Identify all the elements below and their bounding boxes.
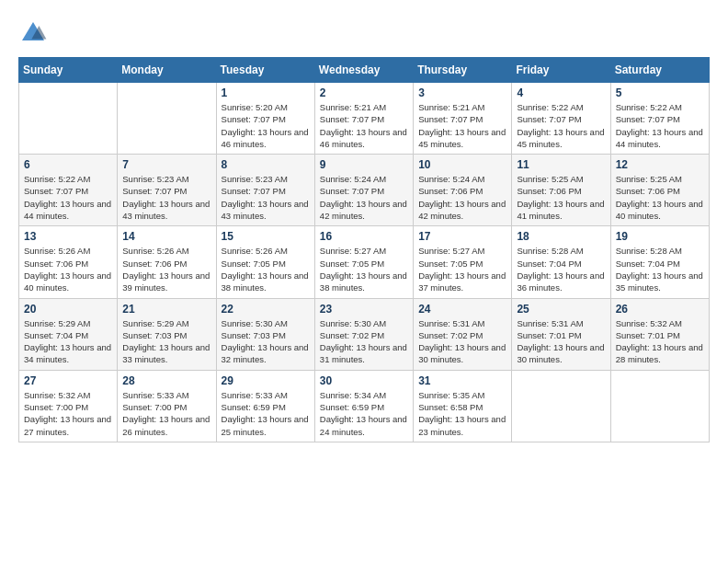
day-content: Sunrise: 5:27 AMSunset: 7:05 PMDaylight:… (320, 245, 408, 293)
day-header-saturday: Saturday (610, 58, 709, 83)
day-number: 23 (320, 303, 408, 316)
calendar-cell: 25Sunrise: 5:31 AMSunset: 7:01 PMDayligh… (512, 298, 610, 370)
calendar-cell: 6Sunrise: 5:22 AMSunset: 7:07 PMDaylight… (19, 155, 118, 226)
calendar-cell: 5Sunrise: 5:22 AMSunset: 7:07 PMDaylight… (610, 83, 709, 155)
day-number: 19 (616, 230, 704, 243)
day-content: Sunrise: 5:21 AMSunset: 7:07 PMDaylight:… (320, 101, 408, 150)
calendar-cell: 18Sunrise: 5:28 AMSunset: 7:04 PMDayligh… (512, 226, 610, 298)
calendar-week-5: 27Sunrise: 5:32 AMSunset: 7:00 PMDayligh… (19, 370, 710, 442)
calendar-cell: 17Sunrise: 5:27 AMSunset: 7:05 PMDayligh… (414, 226, 512, 298)
day-number: 15 (222, 230, 310, 243)
calendar-cell: 10Sunrise: 5:24 AMSunset: 7:06 PMDayligh… (414, 155, 512, 226)
day-number: 25 (517, 303, 605, 316)
day-content: Sunrise: 5:32 AMSunset: 7:01 PMDaylight:… (616, 317, 704, 366)
calendar-cell: 2Sunrise: 5:21 AMSunset: 7:07 PMDaylight… (314, 83, 413, 155)
day-number: 1 (222, 86, 310, 99)
calendar: SundayMondayTuesdayWednesdayThursdayFrid… (18, 57, 710, 442)
day-number: 18 (517, 230, 605, 243)
day-content: Sunrise: 5:23 AMSunset: 7:07 PMDaylight:… (122, 173, 210, 222)
day-header-tuesday: Tuesday (216, 58, 314, 83)
page-header (18, 18, 710, 48)
day-content: Sunrise: 5:30 AMSunset: 7:02 PMDaylight:… (320, 317, 408, 366)
day-number: 14 (122, 230, 210, 243)
day-number: 6 (24, 158, 112, 171)
calendar-cell: 20Sunrise: 5:29 AMSunset: 7:04 PMDayligh… (19, 298, 118, 370)
day-number: 21 (122, 303, 210, 316)
calendar-cell: 4Sunrise: 5:22 AMSunset: 7:07 PMDaylight… (512, 83, 610, 155)
day-content: Sunrise: 5:28 AMSunset: 7:04 PMDaylight:… (616, 245, 704, 293)
day-content: Sunrise: 5:25 AMSunset: 7:06 PMDaylight:… (517, 173, 605, 222)
day-content: Sunrise: 5:35 AMSunset: 6:58 PMDaylight:… (418, 389, 506, 438)
day-number: 31 (418, 374, 506, 387)
day-number: 2 (320, 86, 408, 99)
day-content: Sunrise: 5:33 AMSunset: 7:00 PMDaylight:… (122, 389, 210, 438)
calendar-cell (118, 83, 216, 155)
day-header-monday: Monday (118, 58, 216, 83)
day-content: Sunrise: 5:27 AMSunset: 7:05 PMDaylight:… (418, 245, 506, 293)
day-content: Sunrise: 5:32 AMSunset: 7:00 PMDaylight:… (24, 389, 112, 438)
day-header-friday: Friday (512, 58, 610, 83)
days-of-week-row: SundayMondayTuesdayWednesdayThursdayFrid… (19, 58, 710, 83)
calendar-cell: 30Sunrise: 5:34 AMSunset: 6:59 PMDayligh… (314, 370, 413, 442)
calendar-cell: 9Sunrise: 5:24 AMSunset: 7:07 PMDaylight… (314, 155, 413, 226)
day-content: Sunrise: 5:28 AMSunset: 7:04 PMDaylight:… (517, 245, 605, 293)
day-number: 10 (418, 158, 506, 171)
day-content: Sunrise: 5:22 AMSunset: 7:07 PMDaylight:… (616, 101, 704, 150)
day-content: Sunrise: 5:24 AMSunset: 7:06 PMDaylight:… (418, 173, 506, 222)
day-content: Sunrise: 5:25 AMSunset: 7:06 PMDaylight:… (616, 173, 704, 222)
day-number: 12 (616, 158, 704, 171)
day-content: Sunrise: 5:24 AMSunset: 7:07 PMDaylight:… (320, 173, 408, 222)
day-number: 4 (517, 86, 605, 99)
calendar-cell: 1Sunrise: 5:20 AMSunset: 7:07 PMDaylight… (216, 83, 314, 155)
day-number: 3 (418, 86, 506, 99)
day-number: 13 (24, 230, 112, 243)
day-content: Sunrise: 5:30 AMSunset: 7:03 PMDaylight:… (222, 317, 310, 366)
calendar-cell: 26Sunrise: 5:32 AMSunset: 7:01 PMDayligh… (610, 298, 709, 370)
calendar-cell: 28Sunrise: 5:33 AMSunset: 7:00 PMDayligh… (118, 370, 216, 442)
day-content: Sunrise: 5:23 AMSunset: 7:07 PMDaylight:… (222, 173, 310, 222)
day-number: 27 (24, 374, 112, 387)
calendar-cell: 14Sunrise: 5:26 AMSunset: 7:06 PMDayligh… (118, 226, 216, 298)
day-number: 11 (517, 158, 605, 171)
day-number: 9 (320, 158, 408, 171)
calendar-cell: 31Sunrise: 5:35 AMSunset: 6:58 PMDayligh… (414, 370, 512, 442)
calendar-cell: 3Sunrise: 5:21 AMSunset: 7:07 PMDaylight… (414, 83, 512, 155)
day-content: Sunrise: 5:29 AMSunset: 7:03 PMDaylight:… (122, 317, 210, 366)
day-number: 20 (24, 303, 112, 316)
day-number: 24 (418, 303, 506, 316)
calendar-cell: 12Sunrise: 5:25 AMSunset: 7:06 PMDayligh… (610, 155, 709, 226)
calendar-week-3: 13Sunrise: 5:26 AMSunset: 7:06 PMDayligh… (19, 226, 710, 298)
calendar-cell: 8Sunrise: 5:23 AMSunset: 7:07 PMDaylight… (216, 155, 314, 226)
day-content: Sunrise: 5:31 AMSunset: 7:01 PMDaylight:… (517, 317, 605, 366)
day-content: Sunrise: 5:33 AMSunset: 6:59 PMDaylight:… (222, 389, 310, 438)
day-number: 26 (616, 303, 704, 316)
calendar-week-4: 20Sunrise: 5:29 AMSunset: 7:04 PMDayligh… (19, 298, 710, 370)
logo (18, 18, 51, 48)
day-content: Sunrise: 5:26 AMSunset: 7:06 PMDaylight:… (122, 245, 210, 293)
day-number: 5 (616, 86, 704, 99)
day-number: 16 (320, 230, 408, 243)
calendar-cell: 11Sunrise: 5:25 AMSunset: 7:06 PMDayligh… (512, 155, 610, 226)
day-content: Sunrise: 5:21 AMSunset: 7:07 PMDaylight:… (418, 101, 506, 150)
calendar-week-2: 6Sunrise: 5:22 AMSunset: 7:07 PMDaylight… (19, 155, 710, 226)
calendar-cell: 21Sunrise: 5:29 AMSunset: 7:03 PMDayligh… (118, 298, 216, 370)
calendar-cell (512, 370, 610, 442)
calendar-header: SundayMondayTuesdayWednesdayThursdayFrid… (19, 58, 710, 83)
calendar-cell: 15Sunrise: 5:26 AMSunset: 7:05 PMDayligh… (216, 226, 314, 298)
calendar-cell: 29Sunrise: 5:33 AMSunset: 6:59 PMDayligh… (216, 370, 314, 442)
day-number: 17 (418, 230, 506, 243)
logo-icon (18, 18, 48, 48)
calendar-cell: 16Sunrise: 5:27 AMSunset: 7:05 PMDayligh… (314, 226, 413, 298)
day-content: Sunrise: 5:22 AMSunset: 7:07 PMDaylight:… (517, 101, 605, 150)
calendar-cell: 24Sunrise: 5:31 AMSunset: 7:02 PMDayligh… (414, 298, 512, 370)
day-content: Sunrise: 5:34 AMSunset: 6:59 PMDaylight:… (320, 389, 408, 438)
day-content: Sunrise: 5:29 AMSunset: 7:04 PMDaylight:… (24, 317, 112, 366)
day-content: Sunrise: 5:26 AMSunset: 7:06 PMDaylight:… (24, 245, 112, 293)
day-number: 30 (320, 374, 408, 387)
day-content: Sunrise: 5:26 AMSunset: 7:05 PMDaylight:… (222, 245, 310, 293)
day-content: Sunrise: 5:22 AMSunset: 7:07 PMDaylight:… (24, 173, 112, 222)
calendar-cell: 23Sunrise: 5:30 AMSunset: 7:02 PMDayligh… (314, 298, 413, 370)
calendar-body: 1Sunrise: 5:20 AMSunset: 7:07 PMDaylight… (19, 83, 710, 442)
calendar-cell: 27Sunrise: 5:32 AMSunset: 7:00 PMDayligh… (19, 370, 118, 442)
day-number: 22 (222, 303, 310, 316)
